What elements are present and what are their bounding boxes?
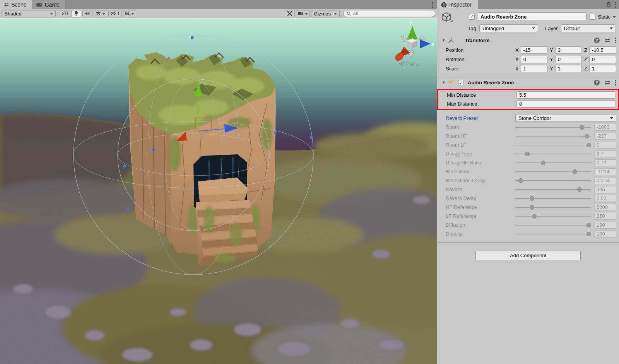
slider-label: Density [446,231,515,237]
add-component-button[interactable]: Add Component [475,251,581,260]
gizmos-dropdown[interactable]: Gizmos [311,10,340,17]
active-checkbox[interactable]: ✓ [469,14,475,20]
slider-value-field[interactable]: 2.7 [594,150,616,157]
slider-control[interactable] [515,178,591,183]
scene-grid-button[interactable]: Y [123,10,136,17]
toggle-2d-button[interactable]: 2D [60,10,70,17]
static-chevron-icon[interactable] [613,16,616,18]
grid-dropdown-icon[interactable] [131,13,134,15]
help-icon[interactable]: ? [594,80,600,85]
audio-reverb-zone-header[interactable]: ▼ ✓ Audio Reverb Zone ? [437,77,619,87]
shading-mode-dropdown[interactable]: Shaded [2,10,56,17]
max-distance-field[interactable]: 8 [516,100,615,108]
tag-dropdown[interactable]: Untagged [479,24,538,32]
add-component-label: Add Component [510,253,546,258]
slider-thumb[interactable] [587,223,591,227]
foldout-icon[interactable]: ▼ [441,80,446,84]
tab-scene[interactable]: Scene [0,0,32,9]
max-distance-row: Max Distance 8 [438,99,618,108]
slider-value-field[interactable]: 5000 [594,204,616,211]
slider-control[interactable] [515,205,591,210]
scale-z-field[interactable]: 1 [589,65,616,72]
game-object-name-field[interactable]: Audio Reverb Zone [478,12,587,21]
rotation-z-field[interactable]: 0 [589,56,616,63]
slider-thumb[interactable] [525,152,530,156]
tab-game[interactable]: Game [32,0,65,9]
lock-icon[interactable] [606,2,611,7]
slider-control[interactable] [515,214,591,219]
scene-tools-button[interactable] [285,10,295,17]
position-y-field[interactable]: 3 [555,46,582,54]
transform-header[interactable]: ▼ Transform ? [437,35,619,45]
scene-search-input[interactable]: All [343,10,435,17]
tab-bar-spacer [65,0,427,9]
min-distance-label: Min Distance [447,92,516,98]
scene-audio-button[interactable] [82,10,92,17]
slider-control[interactable] [515,187,591,192]
presets-icon[interactable] [604,80,610,85]
scene-viewport[interactable]: y z x Persp [0,18,437,364]
scale-y-field[interactable]: 1 [555,65,582,72]
slider-control[interactable] [515,160,591,166]
slider-value-field[interactable]: -1214 [594,168,616,175]
slider-thumb[interactable] [530,196,534,201]
component-menu-icon[interactable] [615,82,616,83]
component-menu-icon[interactable] [615,40,616,41]
slider-control[interactable] [515,222,591,228]
slider-row-0: Room-1000 [437,123,619,132]
rotation-x-field[interactable]: 0 [521,56,547,63]
slider-control[interactable] [515,196,591,201]
foldout-icon[interactable]: ▼ [441,38,446,42]
scene-visibility-button[interactable]: 1 [108,10,122,17]
rotation-y-field[interactable]: 0 [555,56,582,63]
slider-value-field[interactable]: 0.02 [594,195,616,202]
scene-pane-menu-button[interactable] [427,0,437,9]
slider-control[interactable] [515,231,591,237]
slider-thumb[interactable] [585,134,589,138]
static-checkbox[interactable] [590,14,595,20]
slider-control[interactable] [515,169,591,174]
slider-value-field[interactable]: 100 [594,231,616,238]
slider-control[interactable] [515,125,591,130]
scale-x-field[interactable]: 1 [521,65,547,72]
slider-thumb[interactable] [518,178,523,183]
slider-control[interactable] [515,151,591,157]
slider-thumb[interactable] [573,169,577,174]
inspector-menu-icon[interactable] [615,4,616,5]
reverb-preset-dropdown[interactable]: Stone Corridor [515,114,616,122]
slider-value-field[interactable]: -1000 [594,124,616,131]
slider-thumb[interactable] [587,143,591,147]
effects-dropdown-icon[interactable] [102,13,105,15]
slider-thumb[interactable] [587,232,591,236]
slider-label: Reflections Delay [446,178,515,183]
eye-hidden-icon [110,11,116,16]
slider-thumb[interactable] [530,205,534,210]
presets-icon[interactable] [604,38,610,43]
slider-thumb[interactable] [577,187,582,192]
camera-dropdown-icon[interactable] [305,13,308,15]
slider-thumb[interactable] [532,214,537,219]
slider-control[interactable] [515,142,591,148]
layer-dropdown[interactable]: Default [561,24,616,32]
slider-value-field[interactable]: 250 [594,213,616,220]
scene-camera-button[interactable] [296,10,310,17]
position-x-field[interactable]: -15 [521,46,547,54]
game-object-icon-button[interactable] [441,12,453,22]
scene-effects-button[interactable] [94,10,107,17]
slider-thumb[interactable] [580,125,584,130]
component-enabled-checkbox[interactable]: ✓ [458,80,463,85]
slider-value-field[interactable]: 395 [594,186,616,193]
min-distance-field[interactable]: 5.5 [516,91,615,99]
slider-value-field[interactable]: 0 [594,142,616,149]
help-icon[interactable]: ? [594,38,600,43]
tab-inspector[interactable]: Inspector [437,0,478,9]
slider-value-field[interactable]: 0.79 [594,159,616,166]
slider-control[interactable] [515,133,591,139]
slider-value-field[interactable]: 0.013 [594,177,616,184]
position-z-field[interactable]: -10.5 [589,46,616,54]
slider-value-field[interactable]: 100 [594,222,616,229]
slider-label: Room LF [446,142,515,148]
slider-thumb[interactable] [541,161,545,165]
slider-value-field[interactable]: -237 [594,133,616,140]
scene-lighting-button[interactable] [71,10,81,17]
